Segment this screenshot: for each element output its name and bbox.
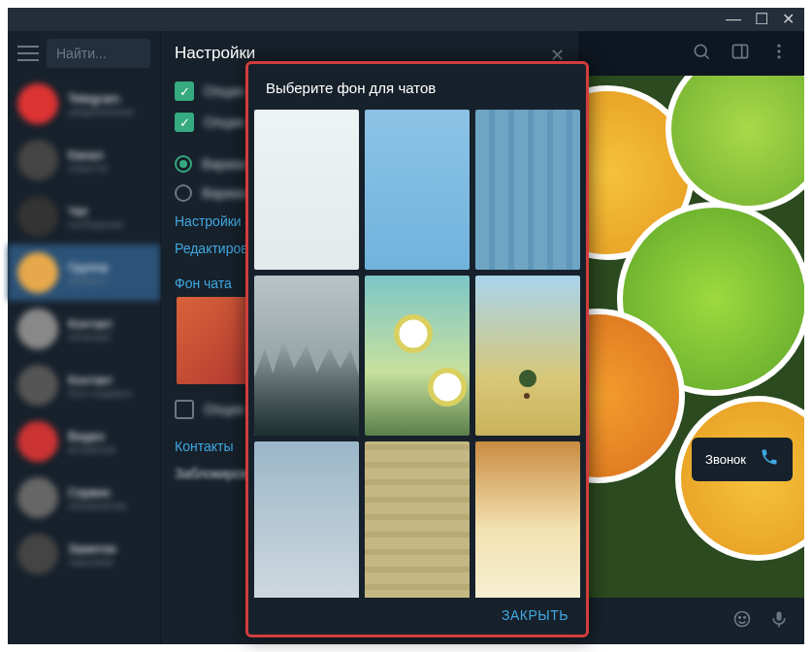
- window-maximize-button[interactable]: ☐: [755, 12, 768, 27]
- wallpaper-thumb[interactable]: [254, 276, 359, 436]
- sidepanel-icon[interactable]: [731, 42, 750, 65]
- svg-line-1: [705, 54, 709, 58]
- svg-point-5: [777, 49, 780, 52]
- wallpaper-thumb[interactable]: [365, 276, 470, 436]
- list-item[interactable]: Видеовложение: [8, 413, 160, 470]
- close-button[interactable]: ЗАКРЫТЬ: [502, 607, 568, 623]
- list-item[interactable]: Telegramуведомление: [8, 76, 160, 132]
- chat-background: Звонок: [578, 76, 804, 598]
- wallpaper-picker-modal: Выберите фон для чатов ЗАКРЫТЬ: [245, 61, 589, 637]
- svg-rect-2: [733, 45, 748, 57]
- list-item[interactable]: Чатсообщение: [8, 188, 160, 244]
- radio[interactable]: [175, 184, 192, 202]
- list-item[interactable]: Группаактивно: [8, 244, 160, 301]
- window-close-button[interactable]: ✕: [782, 12, 795, 27]
- checkbox[interactable]: ✓: [175, 113, 194, 132]
- wallpaper-thumb[interactable]: [475, 110, 580, 270]
- more-icon[interactable]: [769, 42, 789, 65]
- chat-panel: Звонок: [578, 31, 804, 644]
- svg-point-9: [744, 616, 746, 618]
- list-item[interactable]: Контактбыл недавно: [8, 357, 160, 413]
- list-item[interactable]: Контактпечатает: [8, 301, 160, 357]
- wallpaper-thumb[interactable]: [475, 441, 580, 598]
- window-titlebar: — ☐ ✕: [8, 8, 804, 31]
- call-bar[interactable]: Звонок: [692, 438, 793, 481]
- wallpaper-thumb[interactable]: [475, 276, 580, 436]
- menu-icon[interactable]: [17, 46, 39, 61]
- checkbox[interactable]: ✓: [175, 82, 194, 101]
- wallpaper-grid[interactable]: [248, 110, 586, 598]
- checkbox[interactable]: [175, 400, 194, 419]
- svg-point-8: [739, 616, 741, 618]
- svg-point-7: [735, 611, 750, 626]
- wallpaper-thumb[interactable]: [254, 441, 359, 598]
- emoji-icon[interactable]: [732, 609, 752, 634]
- radio[interactable]: [175, 155, 192, 173]
- wallpaper-thumb[interactable]: [365, 441, 470, 598]
- svg-point-6: [777, 55, 780, 58]
- message-input-bar[interactable]: [578, 598, 804, 644]
- chat-list: Telegramуведомление Каналновости Чатсооб…: [8, 76, 160, 582]
- phone-icon[interactable]: [760, 447, 779, 472]
- modal-title: Выберите фон для чатов: [248, 64, 586, 110]
- chat-header: [578, 31, 804, 76]
- wallpaper-thumb[interactable]: [365, 110, 470, 270]
- app-window: — ☐ ✕ Найти... Telegramуведомление Канал…: [8, 8, 804, 644]
- microphone-icon[interactable]: [769, 609, 789, 634]
- wallpaper-thumb[interactable]: [254, 110, 359, 270]
- sidebar: Найти... Telegramуведомление Каналновост…: [8, 31, 161, 644]
- list-item[interactable]: Заметкичерновик: [8, 526, 160, 582]
- svg-point-0: [695, 45, 706, 56]
- list-item[interactable]: Каналновости: [8, 132, 160, 188]
- list-item[interactable]: Сервисобновление: [8, 470, 160, 526]
- search-input[interactable]: Найти...: [47, 39, 150, 68]
- search-icon[interactable]: [692, 42, 711, 65]
- svg-point-4: [777, 44, 780, 47]
- window-minimize-button[interactable]: —: [726, 12, 741, 27]
- call-label: Звонок: [705, 452, 746, 467]
